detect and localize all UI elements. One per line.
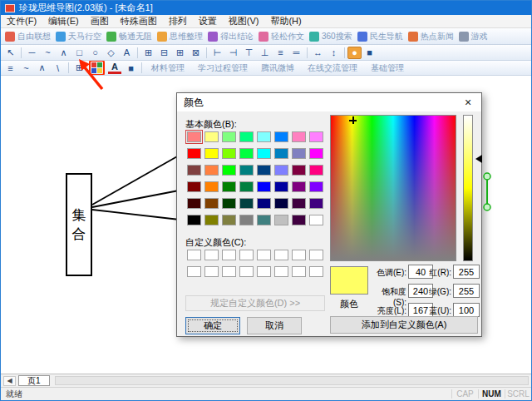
luminance-arrow[interactable] bbox=[475, 155, 482, 163]
custom-color-swatch[interactable] bbox=[239, 266, 254, 277]
ellipse-tool[interactable]: ○ bbox=[87, 46, 103, 59]
basic-color-swatch[interactable] bbox=[222, 198, 236, 209]
app-button-8[interactable]: 热点新闻 bbox=[408, 31, 454, 42]
basic-color-swatch[interactable] bbox=[257, 198, 271, 209]
custom-color-swatch[interactable] bbox=[257, 266, 271, 277]
hue-saturation-field[interactable] bbox=[330, 115, 456, 261]
basic-color-swatch[interactable] bbox=[222, 148, 236, 159]
basic-color-swatch[interactable] bbox=[187, 131, 201, 142]
text-tool[interactable]: A bbox=[119, 46, 135, 59]
app-button-7[interactable]: 民生导航 bbox=[357, 31, 403, 42]
basic-color-swatch[interactable] bbox=[187, 181, 201, 192]
align-bottom-tool[interactable]: ⊥ bbox=[257, 46, 273, 59]
custom-color-swatch[interactable] bbox=[187, 266, 201, 277]
align-right-tool[interactable]: ⊣ bbox=[225, 46, 241, 59]
align-center-tool[interactable]: ≡ bbox=[273, 46, 288, 59]
basic-color-swatch[interactable] bbox=[257, 181, 271, 192]
app-button-9[interactable]: 游戏 bbox=[459, 31, 488, 42]
green-input[interactable] bbox=[453, 284, 480, 298]
app-button-4[interactable]: 得出结论 bbox=[208, 31, 254, 42]
basic-color-swatch[interactable] bbox=[309, 165, 323, 176]
module-button-0[interactable]: 材料管理 bbox=[151, 62, 185, 74]
app-button-0[interactable]: 自由联想 bbox=[5, 31, 51, 42]
basic-color-swatch[interactable] bbox=[257, 148, 271, 159]
app-button-5[interactable]: 轻松作文 bbox=[259, 31, 304, 42]
align-middle-tool[interactable]: ═ bbox=[288, 46, 304, 59]
custom-color-swatch[interactable] bbox=[257, 250, 271, 260]
slash-tool[interactable]: \ bbox=[50, 62, 66, 75]
basic-color-swatch[interactable] bbox=[239, 148, 254, 159]
basic-color-swatch[interactable] bbox=[274, 165, 288, 176]
basic-color-swatch[interactable] bbox=[292, 148, 306, 159]
line-tool[interactable]: ─ bbox=[24, 46, 40, 59]
app-button-1[interactable]: 天马行空 bbox=[56, 31, 101, 42]
line-style-tool[interactable]: ~ bbox=[18, 62, 34, 75]
basic-color-swatch[interactable] bbox=[257, 215, 271, 225]
image-tool[interactable]: ⊞ bbox=[71, 62, 87, 75]
basic-color-swatch[interactable] bbox=[257, 165, 271, 176]
menu-file[interactable]: 文件(F) bbox=[1, 14, 42, 28]
module-button-4[interactable]: 基础管理 bbox=[371, 62, 404, 74]
basic-color-swatch[interactable] bbox=[274, 181, 288, 192]
app-button-6[interactable]: 360搜索 bbox=[309, 31, 352, 42]
group-tool[interactable]: ■ bbox=[362, 46, 377, 59]
custom-color-swatch[interactable] bbox=[309, 250, 323, 260]
basic-color-swatch[interactable] bbox=[204, 165, 219, 176]
dialog-title-bar[interactable]: 颜色 bbox=[177, 93, 481, 111]
align-top-tool[interactable]: ⊤ bbox=[241, 46, 257, 59]
menu-arrange[interactable]: 排列 bbox=[163, 14, 193, 28]
custom-color-swatch[interactable] bbox=[274, 250, 288, 260]
basic-color-swatch[interactable] bbox=[239, 131, 254, 142]
basic-color-swatch[interactable] bbox=[187, 148, 201, 159]
custom-color-swatch[interactable] bbox=[309, 266, 323, 277]
lock-tool-icon[interactable]: ● bbox=[347, 47, 362, 59]
basic-color-swatch[interactable] bbox=[222, 131, 236, 142]
basic-color-swatch[interactable] bbox=[187, 198, 201, 209]
mindmap-node[interactable]: 集合 bbox=[66, 173, 92, 276]
align-left-tool[interactable]: ⊢ bbox=[209, 46, 225, 59]
distribute-h-tool[interactable]: ↔ bbox=[310, 46, 326, 59]
basic-color-swatch[interactable] bbox=[204, 148, 219, 159]
basic-color-swatch[interactable] bbox=[187, 215, 201, 225]
basic-color-swatch[interactable] bbox=[292, 131, 306, 142]
curve-tool[interactable]: ~ bbox=[40, 46, 56, 59]
color-palette-tool[interactable] bbox=[89, 61, 105, 76]
module-button-3[interactable]: 在线交流管理 bbox=[308, 62, 357, 74]
horizontal-scrollbar[interactable] bbox=[55, 376, 529, 385]
menu-special-draw[interactable]: 特殊画图 bbox=[115, 14, 163, 28]
fill-color-tool[interactable]: ■ bbox=[123, 62, 139, 75]
tab-page-1[interactable]: 页1 bbox=[18, 375, 50, 386]
custom-color-swatch[interactable] bbox=[222, 250, 236, 260]
custom-color-swatch[interactable] bbox=[274, 266, 288, 277]
module-button-2[interactable]: 腾讯微博 bbox=[261, 62, 294, 74]
basic-color-swatch[interactable] bbox=[239, 165, 254, 176]
custom-color-swatch[interactable] bbox=[292, 250, 306, 260]
polyline-tool[interactable]: ∧ bbox=[56, 46, 71, 59]
basic-color-swatch[interactable] bbox=[204, 215, 219, 225]
basic-color-swatch[interactable] bbox=[239, 181, 254, 192]
basic-color-swatch[interactable] bbox=[222, 215, 236, 225]
basic-color-swatch[interactable] bbox=[292, 165, 306, 176]
basic-color-swatch[interactable] bbox=[239, 198, 254, 209]
basic-color-swatch[interactable] bbox=[274, 215, 288, 225]
basic-color-swatch[interactable] bbox=[309, 131, 323, 142]
basic-color-swatch[interactable] bbox=[309, 198, 323, 209]
red-input[interactable] bbox=[453, 265, 480, 279]
table-tool[interactable]: ⊞ bbox=[140, 46, 156, 59]
basic-color-swatch[interactable] bbox=[274, 148, 288, 159]
basic-color-swatch[interactable] bbox=[292, 215, 306, 225]
basic-color-swatch[interactable] bbox=[309, 215, 323, 225]
blue-input[interactable] bbox=[453, 303, 480, 317]
arrow-style-tool[interactable]: ∧ bbox=[34, 62, 50, 75]
rect-tool[interactable]: □ bbox=[71, 46, 87, 59]
distribute-v-tool[interactable]: ↕ bbox=[326, 46, 342, 59]
custom-color-swatch[interactable] bbox=[204, 250, 219, 260]
basic-color-swatch[interactable] bbox=[292, 181, 306, 192]
custom-color-swatch[interactable] bbox=[204, 266, 219, 277]
basic-color-swatch[interactable] bbox=[239, 215, 254, 225]
row-tool[interactable]: ⊟ bbox=[156, 46, 172, 59]
basic-color-swatch[interactable] bbox=[204, 198, 219, 209]
basic-color-swatch[interactable] bbox=[187, 165, 201, 176]
basic-color-swatch[interactable] bbox=[309, 148, 323, 159]
basic-color-swatch[interactable] bbox=[222, 165, 236, 176]
